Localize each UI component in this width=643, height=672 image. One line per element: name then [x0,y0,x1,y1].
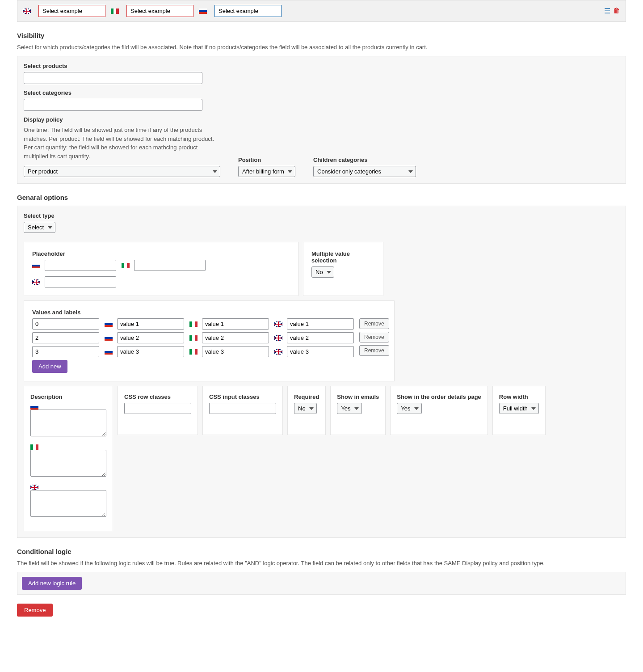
it-example-input[interactable] [126,5,193,17]
select-type-select[interactable]: Select [24,222,55,233]
select-categories-input[interactable] [24,99,202,111]
conditional-heading: Conditional logic [17,548,626,555]
description-uk-textarea[interactable] [30,490,106,517]
trash-icon[interactable]: 🗑 [613,7,620,15]
value-it-input[interactable] [202,318,269,330]
ru-flag-icon [105,335,113,341]
uk-flag-icon [23,8,31,14]
placeholder-label: Placeholder [32,250,290,257]
conditional-section: Add new logic rule [17,572,626,595]
order-select[interactable]: Yes [397,403,422,414]
position-label: Position [238,156,295,163]
it-flag-icon [189,321,198,327]
placeholder-it-input[interactable] [134,260,206,271]
it-flag-icon [30,444,38,450]
children-categories-label: Children categories [313,156,416,163]
it-flag-icon [122,263,130,268]
placeholder-uk-input[interactable] [45,276,116,287]
conditional-desc: The field will be showed if the followin… [17,560,626,566]
uk-example-input[interactable] [38,5,105,17]
add-logic-rule-button[interactable]: Add new logic rule [22,577,82,590]
css-row-label: CSS row classes [124,393,191,400]
ru-flag-icon [199,8,207,14]
value-ru-input[interactable] [117,346,184,357]
value-uk-input[interactable] [287,346,354,357]
emails-label: Show in emails [337,393,379,400]
value-num-input[interactable] [32,346,99,357]
display-policy-label: Display policy [24,116,220,123]
uk-flag-icon [274,321,282,327]
value-ru-input[interactable] [117,318,184,330]
description-ru-textarea[interactable] [30,410,106,436]
menu-icon[interactable]: ☰ [604,7,610,15]
children-categories-select[interactable]: Consider only categories [313,166,416,177]
placeholder-ru-input[interactable] [45,260,116,271]
values-labels-label: Values and labels [32,309,386,316]
multiple-select[interactable]: No [311,266,334,278]
value-it-input[interactable] [202,346,269,357]
uk-flag-icon [274,349,282,355]
display-policy-select[interactable]: Per product [24,166,220,177]
css-row-card: CSS row classes [118,386,198,435]
order-card: Show in the order details page Yes [390,386,488,435]
emails-card: Show in emails Yes [330,386,386,435]
it-flag-icon [189,349,198,355]
ru-flag-icon [32,263,40,268]
visibility-section: Select products Select categories Displa… [17,56,626,184]
order-label: Show in the order details page [397,393,481,400]
description-label: Description [30,393,106,400]
select-products-input[interactable] [24,72,202,84]
required-select[interactable]: No [294,403,317,414]
css-row-input[interactable] [124,403,191,414]
general-heading: Genaral options [17,194,626,201]
remove-value-button[interactable]: Remove [359,332,389,342]
visibility-heading: Visibility [17,32,626,39]
select-type-label: Select type [24,212,619,219]
description-card: Description [24,386,113,531]
emails-select[interactable]: Yes [337,403,362,414]
it-flag-icon [111,8,119,14]
row-width-select[interactable]: Full width [499,403,539,414]
remove-button[interactable]: Remove [17,604,53,617]
css-input-card: CSS input classes [202,386,283,435]
value-it-input[interactable] [202,332,269,343]
value-num-input[interactable] [32,318,99,330]
visibility-desc: Select for which products/categories the… [17,44,626,51]
css-input-input[interactable] [209,403,276,414]
value-ru-input[interactable] [117,332,184,343]
multiple-card: Multiple value selection No [303,242,383,296]
required-card: Required No [287,386,326,435]
top-bar: ☰ 🗑 [17,0,626,22]
ru-flag-icon [105,321,113,327]
ru-flag-icon [105,349,113,355]
values-card: Values and labels RemoveRemoveRemove Add… [24,300,395,381]
uk-flag-icon [274,335,282,341]
ru-flag-icon [30,404,38,410]
general-section: Select type Select Placeholder Multiple … [17,206,626,538]
value-num-input[interactable] [32,332,99,343]
it-flag-icon [189,335,198,341]
position-select[interactable]: After billing form [238,166,295,177]
uk-flag-icon [30,485,38,490]
multiple-label: Multiple value selection [311,250,375,264]
value-uk-input[interactable] [287,332,354,343]
css-input-label: CSS input classes [209,393,276,400]
row-width-label: Row width [499,393,539,400]
display-policy-desc: One time: The field will be showed just … [24,126,220,161]
remove-value-button[interactable]: Remove [359,318,389,329]
select-categories-label: Select categories [24,89,619,96]
description-it-textarea[interactable] [30,450,106,477]
row-width-card: Row width Full width [492,386,546,435]
placeholder-card: Placeholder [24,242,298,296]
remove-value-button[interactable]: Remove [359,345,389,356]
required-label: Required [294,393,319,400]
select-products-label: Select products [24,63,619,69]
uk-flag-icon [32,279,40,285]
value-uk-input[interactable] [287,318,354,330]
add-new-button[interactable]: Add new [32,360,67,373]
ru-example-input[interactable] [214,5,282,17]
